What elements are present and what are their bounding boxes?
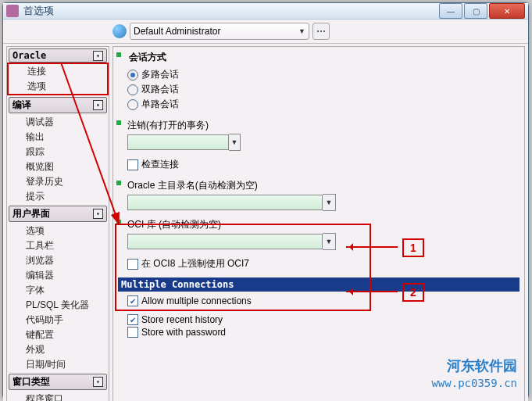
radio-multi-session[interactable]: 多路会话 <box>124 67 520 82</box>
window-title: 首选项 <box>23 4 439 18</box>
checkbox-icon <box>127 159 138 170</box>
session-mode-title: 会话方式 <box>124 49 520 67</box>
admin-combo[interactable]: Default Administrator ▼ <box>130 23 309 40</box>
chevron-down-icon: ▼ <box>326 238 333 245</box>
logoff-label: 注销(有打开的事务) <box>124 118 520 134</box>
sidebar-item[interactable]: 跟踪 <box>7 145 109 159</box>
oracle-home-label: Oracle 主目录名(自动检测为空) <box>124 178 520 194</box>
sidebar-item[interactable]: 调试器 <box>7 115 109 130</box>
callout-2: 2 <box>402 283 424 302</box>
maximize-button[interactable]: ▢ <box>464 3 487 19</box>
watermark: 河东软件园 www.pc0359.cn <box>431 357 517 390</box>
sidebar-group-windows[interactable]: 窗口类型 ▾ <box>9 374 107 390</box>
admin-more-button[interactable]: ⋯ <box>312 23 330 40</box>
sidebar-item[interactable]: 浏览器 <box>7 253 109 268</box>
checkbox-icon: ✔ <box>127 314 138 325</box>
check-connection[interactable]: 检查连接 <box>124 157 520 172</box>
sidebar-item[interactable]: 提示 <box>7 189 109 204</box>
close-button[interactable]: ✕ <box>489 3 525 19</box>
admin-toolbar: Default Administrator ▼ ⋯ <box>3 20 528 44</box>
sidebar-item[interactable]: 键配置 <box>7 328 109 342</box>
titlebar: 首选项 — ▢ ✕ <box>3 3 528 20</box>
sidebar-item-connection[interactable]: 连接 <box>9 64 107 79</box>
radio-dual-session[interactable]: 双路会话 <box>124 82 520 97</box>
category-sidebar: Oracle ▾ 连接 选项 编译 ▾ 调试器 输出 跟踪 概览图 登录历史 提… <box>6 46 109 401</box>
radio-icon <box>127 70 138 81</box>
sidebar-item[interactable]: 概览图 <box>7 159 109 174</box>
store-recent-history[interactable]: ✔ Store recent history <box>124 313 520 326</box>
multiple-connections-header: Multiple Connections <box>118 277 520 292</box>
checkbox-icon <box>127 327 138 338</box>
minimize-button[interactable]: — <box>439 3 462 19</box>
sidebar-item[interactable]: 输出 <box>7 130 109 145</box>
collapse-icon[interactable]: ▾ <box>93 377 103 387</box>
force-oci7[interactable]: 在 OCI8 上强制使用 OCI7 <box>124 256 520 271</box>
sidebar-item[interactable]: 程序窗口 <box>7 392 109 401</box>
content-panel: 会话方式 多路会话 双路会话 单路会话 注销(有打开的事务) <box>112 46 525 401</box>
arrow-2 <box>346 291 398 292</box>
sidebar-group-oracle[interactable]: Oracle ▾ <box>9 48 107 63</box>
oci-lib-label: OCI 库 (自动检测为空) <box>124 217 520 233</box>
store-with-password[interactable]: Store with password <box>124 326 520 338</box>
sidebar-item[interactable]: 编辑器 <box>7 268 109 283</box>
collapse-icon[interactable]: ▾ <box>93 51 103 61</box>
sidebar-item[interactable]: 代码助手 <box>7 313 109 328</box>
radio-icon <box>127 99 138 110</box>
preferences-window: 首选项 — ▢ ✕ Default Administrator ▼ ⋯ Orac… <box>2 2 529 399</box>
globe-icon <box>112 24 127 38</box>
allow-multiple-connections[interactable]: ✔ Allow multiple connections <box>124 295 520 307</box>
collapse-icon[interactable]: ▾ <box>93 100 103 110</box>
chevron-down-icon: ▼ <box>298 27 305 35</box>
sidebar-item[interactable]: 字体 <box>7 283 109 298</box>
radio-icon <box>127 84 138 95</box>
sidebar-item-options[interactable]: 选项 <box>9 79 107 94</box>
oracle-home-dropdown[interactable]: ▼ <box>127 194 520 211</box>
app-icon <box>6 5 19 17</box>
highlight-box-sidebar: 连接 选项 <box>7 63 109 95</box>
checkbox-icon <box>127 259 138 270</box>
sidebar-group-compile[interactable]: 编译 ▾ <box>9 97 107 113</box>
oci-lib-dropdown[interactable]: ▼ <box>127 233 520 250</box>
sidebar-item[interactable]: 登录历史 <box>7 174 109 189</box>
callout-1: 1 <box>402 238 424 257</box>
arrow-1 <box>346 246 398 248</box>
radio-single-session[interactable]: 单路会话 <box>124 97 520 112</box>
sidebar-item[interactable]: PL/SQL 美化器 <box>7 298 109 313</box>
chevron-down-icon: ▼ <box>326 199 333 206</box>
sidebar-item[interactable]: 工具栏 <box>7 238 109 253</box>
sidebar-item[interactable]: 日期/时间 <box>7 357 109 372</box>
logoff-dropdown[interactable]: ▼ <box>127 134 520 151</box>
checkbox-icon: ✔ <box>127 295 138 306</box>
sidebar-group-ui[interactable]: 用户界面 ▾ <box>9 206 107 222</box>
collapse-icon[interactable]: ▾ <box>93 209 103 219</box>
sidebar-item[interactable]: 外观 <box>7 342 109 357</box>
admin-combo-value: Default Administrator <box>134 26 220 37</box>
sidebar-item[interactable]: 选项 <box>7 224 109 238</box>
chevron-down-icon: ▼ <box>231 138 238 146</box>
